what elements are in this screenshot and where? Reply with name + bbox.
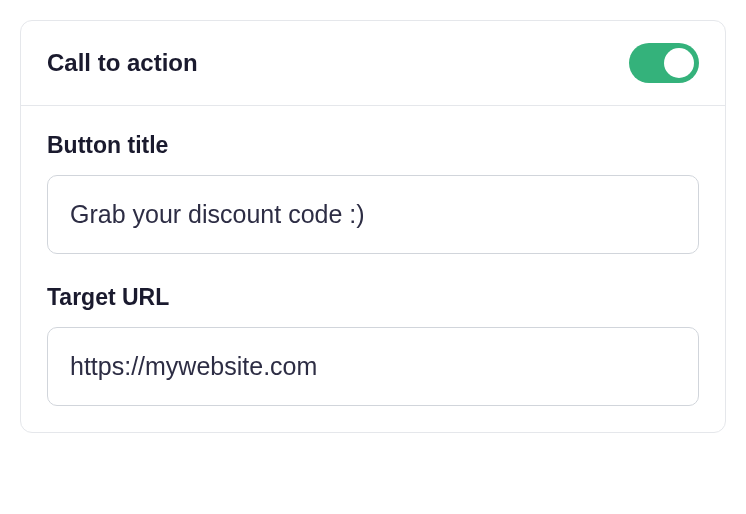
target-url-field: Target URL (47, 284, 699, 406)
card-body: Button title Target URL (21, 106, 725, 432)
button-title-label: Button title (47, 132, 699, 159)
target-url-label: Target URL (47, 284, 699, 311)
cta-toggle[interactable] (629, 43, 699, 83)
card-header: Call to action (21, 21, 725, 106)
target-url-input[interactable] (47, 327, 699, 406)
section-title: Call to action (47, 49, 198, 77)
button-title-field: Button title (47, 132, 699, 254)
toggle-knob-icon (664, 48, 694, 78)
button-title-input[interactable] (47, 175, 699, 254)
call-to-action-card: Call to action Button title Target URL (20, 20, 726, 433)
